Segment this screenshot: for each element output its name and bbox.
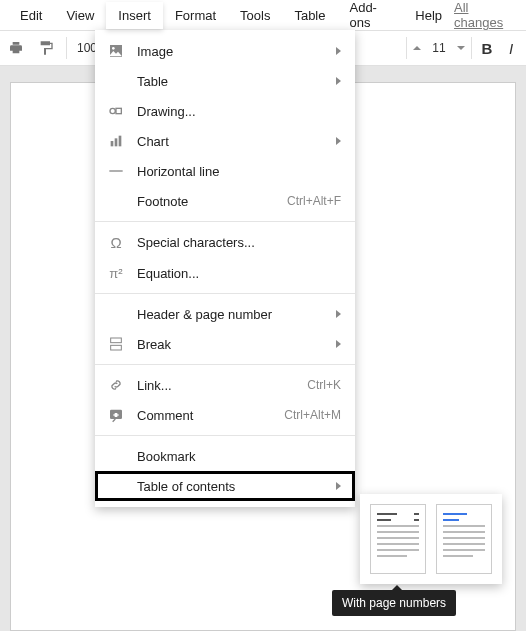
paint-format-icon[interactable] (36, 38, 56, 58)
toolbar-separator (471, 37, 472, 59)
menu-label: Comment (137, 408, 284, 423)
drawing-icon (105, 103, 127, 119)
menu-view[interactable]: View (54, 2, 106, 29)
menu-label: Break (137, 337, 328, 352)
submenu-arrow-icon (336, 340, 341, 348)
submenu-arrow-icon (336, 310, 341, 318)
menu-tools[interactable]: Tools (228, 2, 282, 29)
shortcut: Ctrl+Alt+F (287, 194, 341, 208)
print-icon[interactable] (6, 38, 26, 58)
menu-item-table-of-contents[interactable]: Table of contents (95, 471, 355, 501)
svg-point-1 (112, 47, 115, 50)
italic-button[interactable]: I (502, 40, 520, 57)
menu-item-comment[interactable]: Comment Ctrl+Alt+M (95, 400, 355, 430)
toc-submenu (360, 494, 502, 584)
menu-separator (95, 364, 355, 365)
menu-label: Table (137, 74, 328, 89)
menu-edit[interactable]: Edit (8, 2, 54, 29)
menu-label: Footnote (137, 194, 287, 209)
menu-label: Drawing... (137, 104, 341, 119)
svg-rect-12 (113, 414, 118, 415)
svg-rect-3 (116, 108, 121, 113)
tooltip: With page numbers (332, 590, 456, 616)
menu-label: Bookmark (137, 449, 341, 464)
shortcut: Ctrl+K (307, 378, 341, 392)
save-status[interactable]: All changes (454, 0, 518, 30)
fontsize-increase-icon[interactable] (457, 46, 465, 50)
menu-item-hr[interactable]: Horizontal line (95, 156, 355, 186)
menu-item-header-page[interactable]: Header & page number (95, 299, 355, 329)
insert-dropdown: Image Table Drawing... Chart Horizontal … (95, 30, 355, 507)
svg-rect-9 (111, 345, 122, 350)
pi-icon: π² (105, 266, 127, 281)
hr-icon (105, 163, 127, 179)
fontsize-decrease-icon[interactable] (413, 46, 421, 50)
svg-rect-8 (111, 338, 122, 343)
svg-point-2 (110, 108, 115, 113)
break-icon (105, 336, 127, 352)
submenu-arrow-icon (336, 47, 341, 55)
menu-item-special-chars[interactable]: Ω Special characters... (95, 227, 355, 258)
menu-label: Table of contents (137, 479, 328, 494)
submenu-arrow-icon (336, 137, 341, 145)
menu-label: Equation... (137, 266, 341, 281)
menu-item-break[interactable]: Break (95, 329, 355, 359)
menu-item-drawing[interactable]: Drawing... (95, 96, 355, 126)
menu-insert[interactable]: Insert (106, 2, 163, 29)
menu-label: Chart (137, 134, 328, 149)
menu-item-equation[interactable]: π² Equation... (95, 258, 355, 288)
menu-format[interactable]: Format (163, 2, 228, 29)
menu-item-chart[interactable]: Chart (95, 126, 355, 156)
submenu-arrow-icon (336, 77, 341, 85)
menu-separator (95, 221, 355, 222)
comment-icon (105, 407, 127, 423)
toc-with-page-numbers[interactable] (370, 504, 426, 574)
link-icon (105, 377, 127, 393)
submenu-arrow-icon (336, 482, 341, 490)
omega-icon: Ω (105, 234, 127, 251)
toc-with-blue-links[interactable] (436, 504, 492, 574)
chart-icon (105, 133, 127, 149)
svg-rect-5 (115, 138, 118, 146)
toolbar-separator (406, 37, 407, 59)
shortcut: Ctrl+Alt+M (284, 408, 341, 422)
menu-separator (95, 435, 355, 436)
menu-label: Link... (137, 378, 307, 393)
menu-label: Special characters... (137, 235, 341, 250)
menu-label: Horizontal line (137, 164, 341, 179)
menu-item-link[interactable]: Link... Ctrl+K (95, 370, 355, 400)
bold-button[interactable]: B (478, 40, 496, 57)
toolbar-separator (66, 37, 67, 59)
font-size[interactable]: 11 (427, 41, 451, 55)
menu-item-image[interactable]: Image (95, 36, 355, 66)
svg-rect-4 (111, 141, 114, 146)
menu-help[interactable]: Help (403, 2, 454, 29)
menu-label: Header & page number (137, 307, 328, 322)
image-icon (105, 43, 127, 59)
menu-separator (95, 293, 355, 294)
menu-item-bookmark[interactable]: Bookmark (95, 441, 355, 471)
menu-label: Image (137, 44, 328, 59)
svg-rect-6 (119, 136, 122, 147)
menu-item-footnote[interactable]: Footnote Ctrl+Alt+F (95, 186, 355, 216)
menubar: Edit View Insert Format Tools Table Add-… (0, 0, 526, 30)
menu-table[interactable]: Table (282, 2, 337, 29)
svg-rect-7 (109, 170, 122, 171)
menu-item-table[interactable]: Table (95, 66, 355, 96)
